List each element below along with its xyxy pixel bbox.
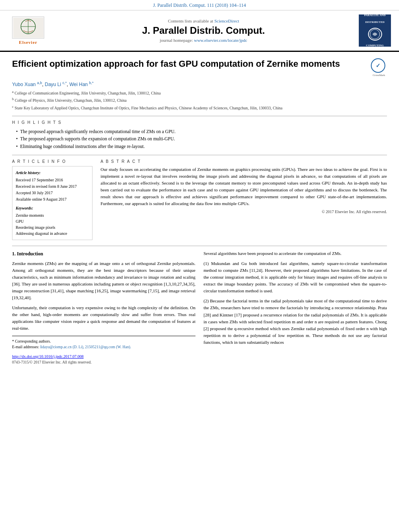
corresponding-label: * Corresponding authors.	[12, 339, 195, 344]
keyword-2: GPU	[16, 218, 89, 224]
highlight-item-3: Eliminating huge conditional instruction…	[16, 143, 387, 150]
sciencedirect-link[interactable]: ScienceDirect	[214, 18, 239, 23]
journal-header: Elsevier Contents lists available at Sci…	[0, 10, 399, 52]
cover-title-3: COMPUTING	[364, 42, 385, 49]
body-right-column: Several algorithms have been proposed to…	[204, 250, 387, 366]
accepted-date: Accepted 30 July 2017	[16, 190, 89, 196]
affiliation-b: b College of Physics, Jilin University, …	[12, 97, 387, 103]
highlights-label: H I G H L I G H T S	[12, 120, 387, 125]
authors-line: Yubo Xuan a,b, Dayu Li c,*, Wei Han b,*	[12, 81, 387, 87]
doi-line: http://dx.doi.org/10.1016/j.jpdc.2017.07…	[12, 353, 195, 360]
top-bar: J. Parallel Distrib. Comput. 111 (2018) …	[0, 0, 399, 10]
footnote-area: * Corresponding authors. E-mail addresse…	[12, 336, 195, 366]
keywords-title: Keywords:	[16, 205, 89, 212]
keyword-1: Zernike moments	[16, 212, 89, 218]
abstract-column: A B S T R A C T Our study focuses on acc…	[101, 159, 387, 240]
journal-citation: J. Parallel Distrib. Comput. 111 (2018) …	[153, 2, 246, 8]
keyword-4: Addressing diagonal in advance	[16, 230, 89, 236]
author-wei-han: Wei Han b,*	[69, 82, 93, 87]
author-yubo-xuan: Yubo Xuan a,b	[12, 82, 42, 87]
crossmark-area: ✓ CrossMark	[371, 58, 387, 77]
journal-homepage-link[interactable]: www.elsevier.com/locate/jpdc	[194, 38, 247, 43]
article-title-section: Efficient optimization approach for fast…	[12, 58, 387, 77]
contents-available: Contents lists available at ScienceDirec…	[52, 18, 355, 23]
abstract-label: A B S T R A C T	[101, 159, 387, 164]
journal-cover-image: PARALLEL AND DISTRIBUTED COMPUTING	[359, 14, 391, 47]
journal-homepage: journal homepage: www.elsevier.com/locat…	[52, 38, 355, 43]
divider-2	[12, 155, 387, 155]
right-para-2: (1) Mukundan and Gu both introduced fast…	[204, 260, 387, 294]
intro-para-1: Zernike moments (ZMs) are the mapping of…	[12, 260, 195, 301]
elsevier-wordmark: Elsevier	[19, 40, 37, 45]
revised-date: Received in revised form 8 June 2017	[16, 183, 89, 190]
author-dayu-li: Dayu Li c,*	[45, 82, 67, 87]
issn-line: 0743-7315/© 2017 Elsevier Inc. All right…	[12, 359, 195, 366]
highlight-item-2: The proposed approach supports the expan…	[16, 135, 387, 142]
article-info-column: A R T I C L E I N F O Article history: R…	[12, 159, 93, 240]
highlight-item-1: The proposed approach significantly redu…	[16, 128, 387, 135]
crossmark-icon[interactable]: ✓	[371, 58, 385, 73]
divider-1	[12, 116, 387, 116]
intro-para-2: Unfortunately, their computation is very…	[12, 304, 195, 332]
elsevier-logo-area: Elsevier	[8, 16, 48, 45]
article-info-box: Article history: Received 17 September 2…	[12, 166, 93, 240]
cover-title-1: PARALLEL AND	[362, 12, 387, 19]
affiliation-c: c State Key Laboratory of Applied Optics…	[12, 105, 387, 111]
affiliation-a: a College of Communication Engineering, …	[12, 90, 387, 96]
highlights-list: The proposed approach significantly redu…	[12, 128, 387, 150]
body-section: 1. Introduction Zernike moments (ZMs) ar…	[12, 250, 387, 366]
email-link[interactable]: lidayu@ciomp.ac.cn (D. Li), 21505211@qq.…	[40, 345, 131, 349]
copyright: © 2017 Elsevier Inc. All rights reserved…	[101, 210, 387, 214]
journal-info-center: Contents lists available at ScienceDirec…	[52, 18, 355, 43]
right-para-1: Several algorithms have been proposed to…	[204, 250, 387, 257]
crossmark-label: CrossMark	[371, 74, 387, 77]
article-info-label: A R T I C L E I N F O	[12, 159, 93, 164]
intro-title: 1. Introduction	[12, 250, 195, 258]
email-line: E-mail addresses: lidayu@ciomp.ac.cn (D.…	[12, 344, 195, 350]
divider-3	[12, 246, 387, 246]
keyword-3: Reordering image pixels	[16, 224, 89, 230]
received-date: Received 17 September 2016	[16, 177, 89, 183]
article-info-abstract: A R T I C L E I N F O Article history: R…	[12, 159, 387, 240]
affiliations: a College of Communication Engineering, …	[12, 90, 387, 111]
abstract-text: Our study focuses on accelerating the co…	[101, 166, 387, 207]
right-para-3: (2) Because the factorial terms in the r…	[204, 298, 387, 345]
highlights-section: H I G H L I G H T S The proposed approac…	[12, 120, 387, 150]
cover-title-2: DISTRIBUTED	[364, 19, 386, 26]
history-title: Article history:	[16, 170, 89, 176]
article-title: Efficient optimization approach for fast…	[12, 58, 367, 70]
doi-link[interactable]: http://dx.doi.org/10.1016/j.jpdc.2017.07…	[12, 354, 84, 359]
available-date: Available online 9 August 2017	[16, 196, 89, 203]
cover-circle	[368, 28, 382, 41]
elsevier-logo	[12, 16, 44, 39]
body-left-column: 1. Introduction Zernike moments (ZMs) ar…	[12, 250, 195, 366]
journal-title: J. Parallel Distrib. Comput.	[52, 25, 355, 36]
